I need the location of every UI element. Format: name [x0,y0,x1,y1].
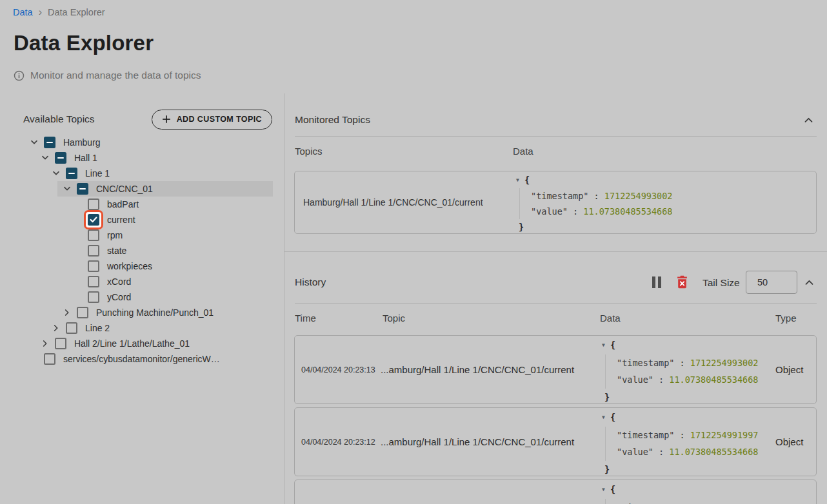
tail-size-input[interactable] [746,271,797,294]
json-children: "timestamp" : 1712254991997"value" : 11.… [605,427,758,461]
json-entry: "timestamp" : 1712254993002 [531,188,672,204]
json-entry: "value" : 11.07380485534668 [617,443,758,461]
indeterminate-mark [79,188,86,189]
json-close-brace: } [519,222,524,232]
tree-checkbox-unchecked[interactable] [55,338,66,349]
tree-item-label: rpm [107,230,123,240]
history-title: History [295,276,326,288]
json-collapse-icon[interactable]: ▼ [516,173,524,188]
json-collapse-icon[interactable]: ▼ [602,337,610,354]
tree-checkbox-unchecked[interactable] [77,307,88,318]
chevron-right-icon[interactable] [41,336,55,351]
json-collapse-icon[interactable]: ▼ [602,481,610,499]
monitored-topics-title: Monitored Topics [295,114,370,126]
breadcrumb-separator-icon: › [39,8,42,17]
json-viewer: ▼{"timestamp" : 1712254990993} [602,481,758,504]
chevron-down-icon[interactable] [63,181,77,197]
tree-item-workpieces[interactable]: workpieces [0,258,284,274]
tree-item-label: services/cybusdatamonitor/genericW… [63,354,220,364]
json-colon: : [674,430,690,440]
tree-item-cnc-cnc-01[interactable]: CNC/CNC_01 [0,181,284,197]
json-key: "timestamp" [617,502,674,504]
plus-icon [162,115,171,124]
add-custom-topic-button[interactable]: ADD CUSTOM TOPIC [152,110,272,130]
monitored-collapse-chevron-up-icon[interactable] [804,115,813,125]
chevron-down-icon[interactable] [52,166,66,181]
json-open-line: ▼{ [516,172,672,188]
json-value: 11.07380485534668 [669,374,758,385]
breadcrumb-link-data[interactable]: Data [13,7,33,17]
json-collapse-icon[interactable]: ▼ [602,409,610,427]
divider [295,136,817,137]
tree-item-current[interactable]: current [0,212,284,228]
chevron-down-icon[interactable] [30,135,44,150]
tree-item-label: Punching Machine/Punch_01 [96,307,214,318]
tree-checkbox-unchecked[interactable] [88,245,99,257]
tree-checkbox-unchecked[interactable] [88,291,99,303]
tree-checkbox-indeterminate[interactable] [55,152,66,164]
tree-item-line-1[interactable]: Line 1 [0,166,284,181]
json-viewer: ▼{"timestamp" : 1712254993002"value" : 1… [602,336,758,405]
indeterminate-mark [46,142,53,143]
tree-item-hall-1[interactable]: Hall 1 [0,150,284,166]
tree-checkbox-indeterminate[interactable] [66,168,77,179]
json-colon: : [653,374,669,385]
json-value: 1712254993002 [604,191,673,201]
page-title: Data Explorer [14,31,154,55]
tree-item-punching-machine-punch-01[interactable]: Punching Machine/Punch_01 [0,305,284,320]
pause-icon[interactable] [652,276,661,288]
info-icon [14,70,25,81]
tree-checkbox-checked[interactable] [88,214,99,226]
clear-history-trash-icon[interactable] [676,275,688,289]
tree-item-xcord[interactable]: xCord [0,274,284,289]
tree-item-label: Hamburg [63,137,101,148]
json-key: "value" [617,374,653,385]
available-topics-title: Available Topics [23,113,95,125]
tree-item-label: Hall 2/Line 1/Lathe/Lathe_01 [74,338,190,349]
tree-checkbox-unchecked[interactable] [88,199,99,210]
json-children: "timestamp" : 1712254990993 [605,499,758,504]
tree-checkbox-unchecked[interactable] [88,260,99,272]
json-close-line: } [602,461,758,478]
page-subtitle-row: Monitor and manage the data of topics [14,70,201,81]
chevron-down-icon[interactable] [41,150,55,166]
json-value: 1712254991997 [690,430,759,440]
history-data: ▼{"timestamp" : 1712254990993} [602,481,758,504]
chevron-right-icon[interactable] [63,305,77,320]
tree-checkbox-indeterminate[interactable] [77,183,88,195]
tree-checkbox-unchecked[interactable] [88,276,99,287]
json-key: "timestamp" [617,358,674,368]
tree-item-services-cybusdatamonitor-genericw[interactable]: services/cybusdatamonitor/genericW… [0,351,284,367]
json-colon: : [568,206,583,217]
history-type: Object [775,336,803,403]
json-children: "timestamp" : 1712254993002"value" : 11.… [519,188,672,219]
history-column-time: Time [295,313,316,324]
chevron-right-icon[interactable] [52,320,66,336]
tree-item-label: Line 2 [85,323,110,333]
tree-checkbox-indeterminate[interactable] [44,137,55,148]
indeterminate-mark [57,157,64,159]
tree-item-badpart[interactable]: badPart [0,197,284,212]
json-children: "timestamp" : 1712254993002"value" : 11.… [605,354,758,389]
history-collapse-chevron-up-icon[interactable] [804,278,814,287]
json-colon: : [653,447,669,457]
tree-item-label: Line 1 [85,168,110,179]
history-topic: ...amburg/Hall 1/Line 1/CNC/CNC_01/curre… [381,336,574,403]
json-close-brace: } [604,392,610,402]
available-topics-header: Available Topics ADD CUSTOM TOPIC [23,109,272,130]
chevron-spacer [74,197,88,212]
tree-item-rpm[interactable]: rpm [0,228,284,243]
json-close-line: } [602,389,758,406]
monitored-topic-row: Hamburg/Hall 1/Line 1/CNC/CNC_01/current… [294,171,817,234]
tree-item-label: state [107,246,126,256]
tree-checkbox-unchecked[interactable] [44,353,55,365]
tree-item-line-2[interactable]: Line 2 [0,320,284,336]
json-key: "timestamp" [531,191,588,201]
tree-item-hamburg[interactable]: Hamburg [0,135,284,150]
tree-item-hall-2-line-1-lathe-lathe-01[interactable]: Hall 2/Line 1/Lathe/Lathe_01 [0,336,284,351]
tree-checkbox-unchecked[interactable] [66,322,77,334]
tree-item-ycord[interactable]: yCord [0,289,284,305]
json-entry: "value" : 11.07380485534668 [531,204,672,219]
tree-item-state[interactable]: state [0,243,284,258]
tree-checkbox-unchecked[interactable] [88,229,99,241]
